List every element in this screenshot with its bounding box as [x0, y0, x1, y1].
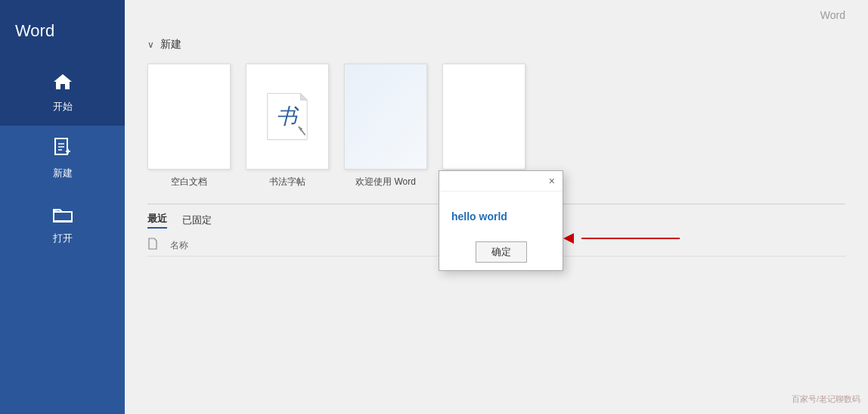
- dialog-body: hello world: [439, 191, 563, 237]
- hello-world-dialog: × hello world 确定: [439, 170, 563, 271]
- template-name-blank: 空白文档: [171, 176, 207, 188]
- template-card-welcome[interactable]: 欢迎使用 Word: [344, 64, 427, 188]
- topbar: Word: [125, 0, 868, 30]
- content-area: ∨ 新建 空白文档 书: [125, 30, 868, 414]
- sidebar-item-new[interactable]: 新建: [0, 126, 125, 192]
- watermark-text: 百家号/老记聊数码: [792, 394, 860, 405]
- template-thumbnail-blank: [147, 64, 231, 170]
- tab-recent[interactable]: 最近: [147, 212, 167, 229]
- template-thumbnail-calligraphy: 书: [246, 64, 329, 170]
- sidebar-item-home[interactable]: 开始: [0, 59, 125, 126]
- dialog-footer: 确定: [439, 237, 563, 270]
- dialog-titlebar: ×: [439, 171, 563, 191]
- template-card-blank[interactable]: 空白文档: [147, 64, 231, 188]
- dialog-message: hello world: [451, 210, 507, 223]
- tab-pinned[interactable]: 已固定: [182, 213, 212, 229]
- file-icon-col-header: [147, 238, 170, 253]
- sidebar-item-home-label: 开始: [53, 100, 73, 114]
- home-icon: [52, 71, 73, 95]
- sidebar-item-open[interactable]: 打开: [0, 192, 125, 257]
- template-name-welcome: 欢迎使用 Word: [355, 176, 416, 188]
- svg-marker-8: [301, 93, 308, 100]
- template-thumbnail-welcome: [344, 64, 427, 170]
- sidebar-title: Word: [0, 0, 125, 59]
- section-title: 新建: [160, 38, 181, 51]
- template-card-calligraphy[interactable]: 书 书法字帖: [246, 64, 329, 188]
- open-icon: [52, 204, 73, 227]
- template-thumbnail-single-space: [442, 64, 525, 170]
- topbar-app-name: Word: [820, 9, 845, 21]
- main-content: Word ∨ 新建 空白文档: [125, 0, 868, 414]
- sidebar-navigation: 开始 新建: [0, 59, 125, 257]
- sidebar-item-new-label: 新建: [53, 167, 73, 180]
- new-section-header: ∨ 新建: [147, 38, 845, 51]
- sidebar: Word 开始 新建: [0, 0, 125, 414]
- new-icon: [53, 138, 73, 162]
- dialog-close-button[interactable]: ×: [546, 174, 558, 188]
- template-name-calligraphy: 书法字帖: [269, 176, 305, 188]
- svg-text:书: 书: [276, 104, 299, 128]
- sidebar-item-open-label: 打开: [53, 232, 73, 245]
- dialog-confirm-button[interactable]: 确定: [476, 241, 527, 263]
- section-collapse-arrow[interactable]: ∨: [147, 39, 154, 50]
